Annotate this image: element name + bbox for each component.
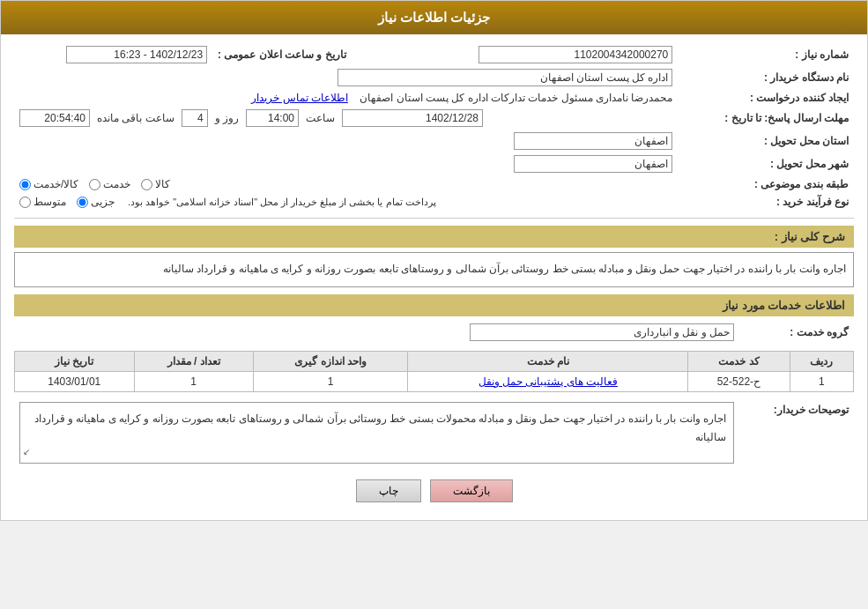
delivery-province-label: استان محل تحویل : — [678, 130, 854, 152]
creator-value: محمدرضا نامداری مسئول خدمات تداركات ادار… — [14, 89, 678, 107]
action-buttons: بازگشت چاپ — [14, 479, 854, 502]
delivery-province-box: اصفهان — [514, 132, 672, 150]
delivery-city-label: شهر محل تحویل : — [678, 152, 854, 175]
col-header-unit: واحد اندازه گیری — [253, 351, 408, 371]
services-data-table: ردیف کد خدمت نام خدمت واحد اندازه گیری ت… — [14, 351, 854, 392]
remaining-label: ساعت باقی مانده — [97, 112, 174, 124]
creator-text: محمدرضا نامداری مسئول خدمات تداركات ادار… — [360, 92, 672, 104]
remaining-time-box: 20:54:40 — [19, 109, 90, 127]
process-type-jozei-label: جزیی — [91, 196, 115, 208]
col-header-qty: تعداد / مقدار — [134, 351, 253, 371]
buyer-org-label: نام دستگاه خریدار : — [678, 66, 854, 89]
delivery-city-box: اصفهان — [514, 155, 672, 173]
announce-datetime-label: تاریخ و ساعت اعلان عمومی : — [212, 43, 411, 66]
need-number-box: 1102004342000270 — [479, 46, 672, 63]
buyer-notes-text: اجاره وانت بار با راننده در اختیار جهت ح… — [34, 412, 726, 444]
col-header-name: نام خدمت — [408, 351, 688, 371]
service-group-table: گروه خدمت : حمل و نقل و انبارداری — [14, 321, 854, 344]
process-type-motavasset[interactable]: متوسط — [19, 196, 66, 208]
deadline-time-box: 14:00 — [246, 109, 299, 127]
buyer-notes-label: توصیحات خریدار: — [739, 399, 854, 466]
process-type-jozei-radio[interactable] — [77, 197, 88, 208]
deadline-value: 20:54:40 ساعت باقی مانده 4 روز و 14:00 س… — [14, 107, 678, 130]
subject-type-kala[interactable]: کالا — [141, 178, 170, 190]
subject-type-khedmat-label: خدمت — [103, 178, 130, 190]
service-info-header: اطلاعات خدمات مورد نیاز — [14, 294, 854, 316]
delivery-city-value: اصفهان — [14, 152, 678, 175]
need-summary-header: شرح کلی نیاز : — [14, 226, 854, 248]
service-info-title-text: اطلاعات خدمات مورد نیاز — [723, 299, 845, 312]
buyer-org-value: اداره کل پست استان اصفهان — [14, 66, 678, 89]
need-summary-box: اجاره وانت بار با راننده در اختیار جهت ح… — [14, 252, 854, 287]
subject-type-kala-khedmat-radio[interactable] — [19, 179, 31, 190]
day-label: روز و — [215, 112, 239, 124]
service-group-label: گروه خدمت : — [739, 321, 854, 344]
basic-info-table: شماره نیاز : 1102004342000270 تاریخ و سا… — [14, 43, 854, 211]
need-summary-title: شرح کلی نیاز : — [775, 230, 845, 243]
col-header-code: کد خدمت — [688, 351, 790, 371]
creator-link[interactable]: اطلاعات تماس خریدار — [251, 92, 348, 104]
buyer-notes-box: اجاره وانت بار با راننده در اختیار جهت ح… — [19, 402, 734, 464]
time-label: ساعت — [306, 112, 335, 124]
cell-unit: 1 — [253, 371, 408, 391]
cell-date: 1403/01/01 — [15, 371, 135, 391]
cell-qty: 1 — [134, 371, 253, 391]
cell-name[interactable]: فعالیت های پشتیبانی حمل ونقل — [408, 371, 688, 391]
page-header: جزئیات اطلاعات نیاز — [1, 1, 867, 34]
subject-type-kala-khedmat[interactable]: کالا/خدمت — [19, 178, 78, 190]
cell-code: ح-522-52 — [688, 371, 790, 391]
announce-datetime-box: 1402/12/23 - 16:23 — [66, 46, 207, 63]
creator-label: ایجاد کننده درخواست : — [678, 89, 854, 107]
buyer-org-box: اداره کل پست استان اصفهان — [338, 69, 672, 86]
subject-type-kala-khedmat-label: کالا/خدمت — [33, 178, 78, 190]
service-group-value: حمل و نقل و انبارداری — [14, 321, 739, 344]
col-header-date: تاریخ نیاز — [15, 351, 135, 371]
need-number-label: شماره نیاز : — [678, 43, 854, 66]
deadline-days-box: 4 — [182, 109, 208, 127]
process-type-label: نوع فرآیند خرید : — [678, 193, 854, 211]
deadline-label: مهلت ارسال پاسخ: تا تاریخ : — [678, 107, 854, 130]
subject-type-label: طبقه بندی موضوعی : — [678, 175, 854, 193]
subject-type-kala-radio[interactable] — [141, 179, 152, 190]
subject-type-kala-label: کالا — [155, 178, 170, 190]
need-number-value: 1102004342000270 — [411, 43, 679, 66]
buyer-notes-table: توصیحات خریدار: اجاره وانت بار با راننده… — [14, 399, 854, 466]
subject-type-value: کالا/خدمت خدمت کالا — [14, 175, 678, 193]
subject-type-khedmat[interactable]: خدمت — [89, 178, 130, 190]
process-type-motavasset-label: متوسط — [33, 196, 66, 208]
print-button[interactable]: چاپ — [356, 479, 421, 502]
process-type-value: متوسط جزیی پرداخت تمام یا بخشی از مبلغ خ… — [14, 193, 678, 211]
deadline-date-box: 1402/12/28 — [342, 109, 483, 127]
buyer-notes-value: اجاره وانت بار با راننده در اختیار جهت ح… — [14, 399, 739, 466]
content-area: شماره نیاز : 1102004342000270 تاریخ و سا… — [1, 34, 867, 520]
delivery-province-value: اصفهان — [14, 130, 678, 152]
back-button[interactable]: بازگشت — [430, 479, 513, 502]
announce-datetime-value: 1402/12/23 - 16:23 — [14, 43, 212, 66]
process-type-jozei[interactable]: جزیی — [77, 196, 115, 208]
process-type-note: پرداخت تمام یا بخشی از مبلغ خریدار از مح… — [128, 197, 436, 208]
subject-type-khedmat-radio[interactable] — [89, 179, 100, 190]
page-container: جزئیات اطلاعات نیاز شماره نیاز : 1102004… — [0, 0, 868, 521]
resize-handle: ↙ — [23, 444, 30, 460]
col-header-row: ردیف — [790, 351, 853, 371]
process-type-motavasset-radio[interactable] — [19, 197, 31, 208]
cell-row: 1 — [790, 371, 853, 391]
table-row: 1 ح-522-52 فعالیت های پشتیبانی حمل ونقل … — [15, 371, 854, 391]
service-group-box: حمل و نقل و انبارداری — [470, 323, 734, 341]
header-title: جزئیات اطلاعات نیاز — [378, 10, 490, 25]
